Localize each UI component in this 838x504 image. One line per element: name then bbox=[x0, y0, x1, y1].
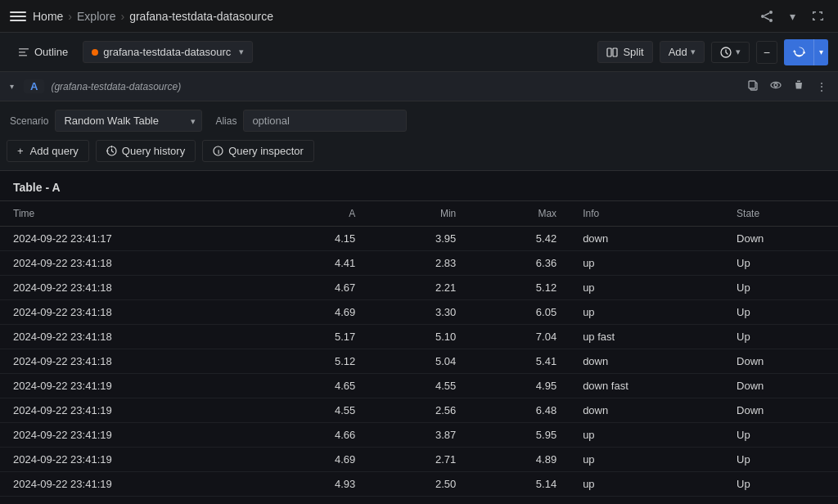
home-link[interactable]: Home bbox=[33, 10, 63, 23]
chevron-down-icon[interactable]: ▾ bbox=[785, 7, 800, 26]
refresh-icon bbox=[793, 46, 805, 58]
cell-max: 5.14 bbox=[469, 472, 570, 497]
cell-max: 6.36 bbox=[469, 251, 570, 276]
table-header: Time A Min Max Info State bbox=[0, 201, 838, 227]
refresh-dropdown[interactable]: ▾ bbox=[813, 39, 828, 65]
cell-state: Up bbox=[723, 325, 838, 349]
scenario-label: Scenario bbox=[10, 115, 48, 127]
cell-a: 4.55 bbox=[268, 398, 368, 423]
cell-a: 4.93 bbox=[268, 472, 368, 497]
cell-time: 2024-09-22 23:41:19 bbox=[0, 398, 268, 423]
cell-min: 2.21 bbox=[368, 276, 469, 300]
cell-info: down bbox=[570, 227, 723, 251]
cell-time: 2024-09-22 23:41:19 bbox=[0, 472, 268, 497]
cell-time: 2024-09-22 23:41:19 bbox=[0, 423, 268, 448]
add-query-button[interactable]: + Add query bbox=[7, 140, 89, 162]
cell-max: 5.12 bbox=[469, 276, 570, 300]
cell-max: 5.95 bbox=[469, 423, 570, 448]
outline-button[interactable]: Outline bbox=[10, 43, 76, 61]
svg-rect-12 bbox=[749, 81, 755, 88]
table-row: 2024-09-22 23:41:19 4.55 2.56 6.48 down … bbox=[0, 398, 838, 423]
datasource-name: grafana-testdata-datasourc bbox=[103, 46, 231, 58]
cell-state: Up bbox=[723, 423, 838, 448]
scenario-select[interactable]: Random Walk Table bbox=[55, 110, 202, 132]
cell-state: Down bbox=[723, 398, 838, 423]
table-title: Table - A bbox=[0, 171, 838, 201]
cell-time: 2024-09-22 23:41:18 bbox=[0, 251, 268, 276]
col-min: Min bbox=[368, 201, 469, 227]
query-actions: + Add query Query history i Query inspec… bbox=[0, 140, 838, 170]
query-header-actions: ⋮ bbox=[743, 77, 831, 96]
cell-a: 5.17 bbox=[268, 325, 368, 349]
cell-a: 4.69 bbox=[268, 448, 368, 472]
table-row: 2024-09-22 23:41:18 5.17 5.10 7.04 up fa… bbox=[0, 325, 838, 349]
cell-info: up bbox=[570, 472, 723, 497]
add-query-icon: + bbox=[17, 145, 24, 157]
cell-max: 6.05 bbox=[469, 300, 570, 325]
cell-time: 2024-09-22 23:41:19 bbox=[0, 448, 268, 472]
query-history-button[interactable]: Query history bbox=[96, 140, 196, 162]
split-label: Split bbox=[623, 46, 643, 58]
cell-min: 2.71 bbox=[368, 448, 469, 472]
cell-max: 4.95 bbox=[469, 374, 570, 398]
cell-a: 4.66 bbox=[268, 423, 368, 448]
cell-info: down bbox=[570, 398, 723, 423]
svg-rect-6 bbox=[19, 52, 25, 53]
copy-query-button[interactable] bbox=[743, 77, 763, 96]
cell-a: 5.12 bbox=[268, 349, 368, 374]
col-info: Info bbox=[570, 201, 723, 227]
collapse-button[interactable]: ▾ bbox=[7, 80, 17, 92]
cell-min: 2.50 bbox=[368, 472, 469, 497]
cell-info: up bbox=[570, 276, 723, 300]
refresh-group: ▾ bbox=[784, 39, 828, 65]
more-options-button[interactable]: ⋮ bbox=[812, 78, 831, 96]
toggle-visibility-button[interactable] bbox=[766, 77, 786, 96]
cell-state: Up bbox=[723, 276, 838, 300]
menu-icon[interactable] bbox=[10, 8, 26, 25]
sep2: › bbox=[121, 10, 125, 23]
cell-time: 2024-09-22 23:41:18 bbox=[0, 349, 268, 374]
cell-min: 3.30 bbox=[368, 300, 469, 325]
cell-info: up bbox=[570, 448, 723, 472]
alias-input[interactable] bbox=[243, 110, 407, 132]
table-row: 2024-09-22 23:41:17 4.15 3.95 5.42 down … bbox=[0, 227, 838, 251]
svg-rect-5 bbox=[19, 48, 29, 50]
outline-icon bbox=[18, 47, 29, 58]
table-row: 2024-09-22 23:41:19 4.69 2.71 4.89 up Up bbox=[0, 448, 838, 472]
add-query-label: Add query bbox=[30, 145, 79, 157]
query-inspector-label: Query inspector bbox=[228, 145, 304, 157]
cell-a: 4.15 bbox=[268, 227, 368, 251]
svg-line-3 bbox=[764, 13, 769, 16]
svg-point-0 bbox=[769, 11, 773, 14]
history-icon bbox=[106, 146, 117, 156]
table-row: 2024-09-22 23:41:18 4.69 3.30 6.05 up Up bbox=[0, 300, 838, 325]
add-button[interactable]: Add ▾ bbox=[660, 41, 705, 63]
cell-state: Down bbox=[723, 374, 838, 398]
cell-state: Down bbox=[723, 349, 838, 374]
split-button[interactable]: Split bbox=[597, 41, 652, 63]
cell-info: up bbox=[570, 300, 723, 325]
time-button[interactable]: ▾ bbox=[711, 42, 750, 63]
col-time: Time bbox=[0, 201, 268, 227]
cell-time: 2024-09-22 23:41:19 bbox=[0, 374, 268, 398]
cell-min: 5.04 bbox=[368, 349, 469, 374]
cell-state: Down bbox=[723, 227, 838, 251]
svg-line-4 bbox=[764, 17, 769, 20]
col-max: Max bbox=[469, 201, 570, 227]
query-inspector-button[interactable]: i Query inspector bbox=[202, 140, 314, 162]
explore-link[interactable]: Explore bbox=[77, 10, 115, 23]
col-state: State bbox=[723, 201, 838, 227]
expand-icon[interactable] bbox=[807, 7, 828, 25]
query-history-label: Query history bbox=[122, 145, 185, 157]
query-header: ▾ A (grafana-testdata-datasource) ⋮ bbox=[0, 72, 838, 101]
results-table: Time A Min Max Info State 2024-09-22 23:… bbox=[0, 201, 838, 497]
cell-info: down fast bbox=[570, 374, 723, 398]
cell-min: 5.10 bbox=[368, 325, 469, 349]
refresh-button[interactable] bbox=[784, 39, 813, 65]
datasource-selector[interactable]: grafana-testdata-datasourc ▾ bbox=[83, 41, 253, 63]
delete-query-button[interactable] bbox=[789, 77, 809, 96]
share-icon[interactable] bbox=[755, 7, 778, 26]
cell-max: 7.04 bbox=[469, 325, 570, 349]
zoom-out-button[interactable]: − bbox=[756, 41, 777, 64]
breadcrumb: Home › Explore › grafana-testdata-dataso… bbox=[33, 10, 273, 23]
